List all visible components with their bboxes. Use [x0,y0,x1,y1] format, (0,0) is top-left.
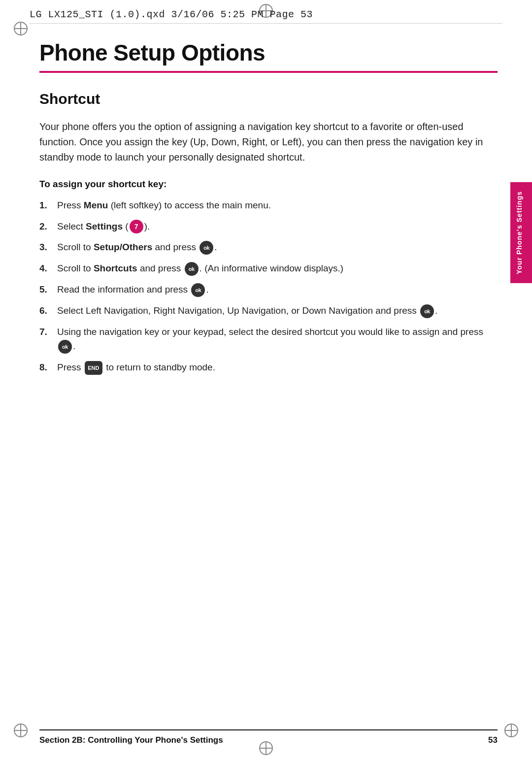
ok-badge: ok [58,340,72,354]
list-item: 6. Select Left Navigation, Right Navigat… [39,304,498,318]
list-item: 3. Scroll to Setup/Others and press ok. [39,240,498,255]
footer-page-number: 53 [488,735,498,745]
title-underline [39,71,498,73]
section-heading: Shortcut [39,91,498,107]
ok-badge: ok [200,241,213,255]
page-container: LG LX125_STI (1.0).qxd 3/16/06 5:25 PM P… [0,0,532,759]
ok-badge: ok [191,283,205,297]
step-text: Using the navigation key or your keypad,… [57,325,498,353]
ok-badge: ok [420,304,434,318]
reg-mark-top-left [14,22,28,35]
reg-mark-bottom-left [14,724,28,737]
list-item: 1. Press Menu (left softkey) to access t… [39,198,498,213]
step-text: Press Menu (left softkey) to access the … [57,198,498,213]
step-number: 8. [39,361,57,375]
step-number: 5. [39,283,57,297]
step-text: Scroll to Setup/Others and press ok. [57,240,498,255]
main-content: Phone Setup Options Shortcut Your phone … [39,39,498,720]
step-number: 2. [39,220,57,234]
list-item: 4. Scroll to Shortcuts and press ok. (An… [39,262,498,276]
step-number: 7. [39,325,57,339]
step-text: Scroll to Shortcuts and press ok. (An in… [57,262,498,276]
step-number: 1. [39,198,57,213]
step-number: 4. [39,262,57,276]
page-header: LG LX125_STI (1.0).qxd 3/16/06 5:25 PM P… [30,9,502,24]
footer-section-label: Section 2B: Controlling Your Phone's Set… [39,735,223,745]
settings-badge: 7 [130,220,143,233]
list-item: 7. Using the navigation key or your keyp… [39,325,498,353]
list-item: 2. Select Settings (7). [39,220,498,234]
step-text: Select Left Navigation, Right Navigation… [57,304,498,318]
step-text: Press END to return to standby mode. [57,361,498,375]
header-text: LG LX125_STI (1.0).qxd 3/16/06 5:25 PM P… [30,9,313,20]
steps-list: 1. Press Menu (left softkey) to access t… [39,198,498,375]
list-item: 5. Read the information and press ok. [39,283,498,297]
reg-mark-bottom-right [504,724,518,737]
step-number: 6. [39,304,57,318]
ok-badge: ok [185,262,199,276]
step-text: Read the information and press ok. [57,283,498,297]
step-text: Select Settings (7). [57,220,498,234]
page-title: Phone Setup Options [39,39,498,66]
list-item: 8. Press END to return to standby mode. [39,361,498,375]
body-text: Your phone offers you the option of assi… [39,119,498,165]
side-tab-label: Your Phone's Settings [515,191,523,274]
side-tab: Your Phone's Settings [510,182,532,283]
step-intro: To assign your shortcut key: [39,179,498,190]
page-footer: Section 2B: Controlling Your Phone's Set… [39,729,498,745]
step-number: 3. [39,240,57,255]
end-badge: END [85,361,102,375]
